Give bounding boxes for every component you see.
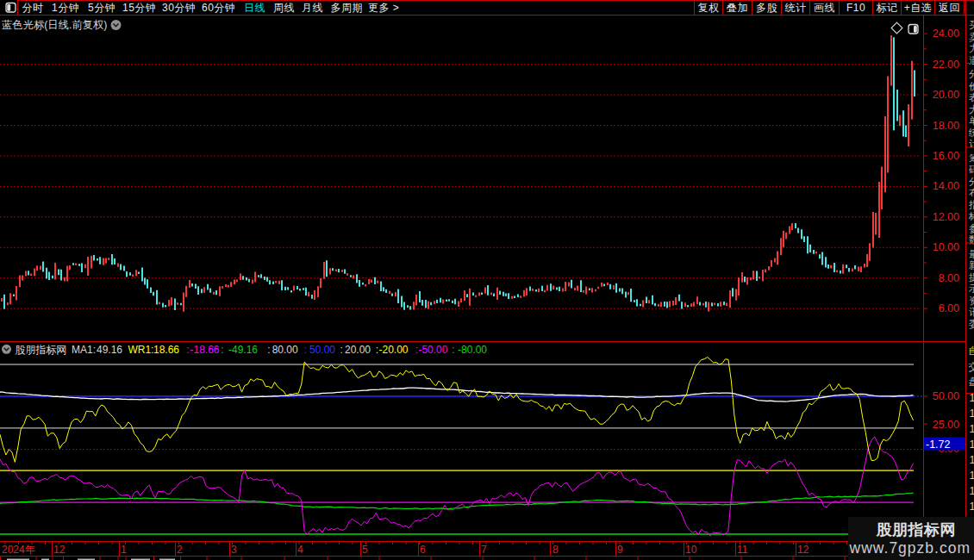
svg-text:11: 11 — [737, 544, 748, 556]
svg-text:2024年: 2024年 — [2, 544, 35, 556]
svg-text:10.00: 10.00 — [933, 241, 959, 253]
svg-text:F10: F10 — [846, 2, 865, 14]
svg-text:自: 自 — [969, 345, 974, 356]
svg-text:1: 1 — [970, 408, 974, 420]
svg-text:资: 资 — [969, 296, 974, 306]
svg-text:6: 6 — [420, 544, 426, 556]
svg-text:10: 10 — [685, 544, 697, 556]
svg-text:4: 4 — [297, 544, 303, 556]
svg-text:筹: 筹 — [969, 153, 974, 164]
svg-text:1: 1 — [970, 454, 974, 466]
svg-text:交: 交 — [969, 362, 974, 372]
svg-text:2: 2 — [177, 544, 183, 556]
svg-text:9: 9 — [617, 544, 623, 556]
svg-text:30分钟: 30分钟 — [162, 2, 196, 14]
svg-text:8.00: 8.00 — [939, 272, 959, 284]
svg-text:画线: 画线 — [814, 2, 835, 14]
svg-text:12: 12 — [53, 544, 66, 556]
svg-text:1: 1 — [970, 423, 974, 435]
svg-text:周线: 周线 — [273, 2, 295, 14]
svg-text:-49.16: -49.16 — [228, 344, 258, 356]
svg-text::: : — [304, 344, 307, 356]
svg-text:-80.00: -80.00 — [458, 344, 487, 356]
svg-text:统计: 统计 — [785, 2, 807, 14]
svg-text:月线: 月线 — [302, 2, 323, 14]
svg-text::: : — [267, 344, 270, 356]
svg-text:6.00: 6.00 — [939, 302, 959, 314]
svg-text:1: 1 — [970, 439, 974, 451]
svg-text:18.00: 18.00 — [933, 120, 959, 132]
svg-text:1: 1 — [970, 392, 974, 404]
svg-text:多股: 多股 — [756, 2, 777, 14]
svg-text:12.00: 12.00 — [933, 211, 959, 223]
svg-text:22.00: 22.00 — [933, 59, 959, 71]
svg-text::: : — [221, 344, 223, 356]
svg-text:-1.72: -1.72 — [926, 439, 951, 451]
svg-text:买: 买 — [969, 20, 974, 30]
svg-text:3: 3 — [231, 544, 237, 556]
svg-text:1分钟: 1分钟 — [52, 2, 79, 14]
svg-text:蓝色光标(日线.前复权): 蓝色光标(日线.前复权) — [2, 19, 107, 31]
svg-text:-20.00: -20.00 — [379, 344, 409, 356]
svg-text:60分钟: 60分钟 — [202, 2, 235, 14]
svg-text:股朋指标网: 股朋指标网 — [876, 521, 957, 538]
svg-text:表: 表 — [969, 92, 974, 103]
svg-text::: : — [186, 344, 189, 356]
svg-text:卖: 卖 — [969, 32, 974, 42]
svg-text:提: 提 — [969, 272, 974, 283]
svg-text:盘: 盘 — [969, 376, 974, 387]
svg-text:8: 8 — [553, 544, 559, 556]
svg-text:大: 大 — [969, 104, 974, 115]
svg-text:分: 分 — [969, 69, 974, 79]
svg-text:16.00: 16.00 — [933, 150, 959, 162]
svg-text:20.00: 20.00 — [933, 89, 959, 101]
svg-text:力: 力 — [969, 43, 974, 53]
svg-text:示: 示 — [969, 283, 974, 294]
svg-text:20.00: 20.00 — [345, 344, 371, 356]
svg-text:指: 指 — [968, 200, 974, 210]
svg-text:分时: 分时 — [22, 2, 44, 14]
svg-text:12: 12 — [797, 544, 809, 556]
svg-text:分: 分 — [969, 177, 974, 187]
svg-text:49.16: 49.16 — [97, 344, 122, 356]
svg-text:MA1:: MA1: — [72, 344, 96, 356]
svg-text:5: 5 — [362, 544, 368, 556]
svg-text:1: 1 — [970, 485, 974, 497]
svg-text:新: 新 — [969, 260, 974, 271]
svg-text:5分钟: 5分钟 — [88, 2, 116, 14]
svg-text:25.00: 25.00 — [933, 419, 959, 431]
svg-text:24.00: 24.00 — [933, 28, 959, 40]
svg-text:股朋指标网: 股朋指标网 — [15, 344, 66, 356]
svg-text:www.7gpzb.com: www.7gpzb.com — [849, 539, 971, 557]
svg-text:1: 1 — [121, 544, 127, 556]
svg-text:统: 统 — [968, 128, 974, 138]
svg-text:7: 7 — [481, 544, 487, 556]
svg-text:参: 参 — [969, 223, 974, 233]
svg-text:更多 >: 更多 > — [368, 2, 399, 14]
svg-text:-50.00: -50.00 — [418, 344, 447, 356]
svg-text:1: 1 — [970, 470, 974, 482]
svg-text:15分钟: 15分钟 — [122, 2, 156, 14]
svg-text:50.00: 50.00 — [933, 390, 959, 402]
svg-text:复权: 复权 — [698, 2, 720, 14]
svg-text:叠加: 叠加 — [727, 2, 748, 14]
svg-text:标: 标 — [968, 211, 974, 221]
svg-text:讯: 讯 — [969, 307, 974, 317]
svg-text::: : — [340, 344, 343, 356]
svg-text:码: 码 — [969, 165, 974, 175]
svg-text:1: 1 — [970, 501, 974, 513]
svg-text:+自选: +自选 — [904, 2, 933, 14]
svg-text:多周期: 多周期 — [331, 2, 364, 14]
svg-text:返回: 返回 — [939, 2, 960, 14]
svg-text:单: 单 — [969, 115, 974, 126]
svg-text:最: 最 — [969, 249, 974, 259]
svg-text:价: 价 — [969, 81, 974, 91]
svg-text::: : — [452, 344, 454, 356]
svg-text:18.66: 18.66 — [153, 344, 179, 356]
svg-text:14.00: 14.00 — [933, 180, 959, 192]
svg-text:委: 委 — [969, 319, 974, 329]
svg-text:80.00: 80.00 — [272, 344, 298, 356]
svg-text:50.00: 50.00 — [309, 344, 335, 356]
svg-text:WR1:: WR1: — [128, 344, 153, 356]
svg-text:标记: 标记 — [877, 2, 898, 14]
